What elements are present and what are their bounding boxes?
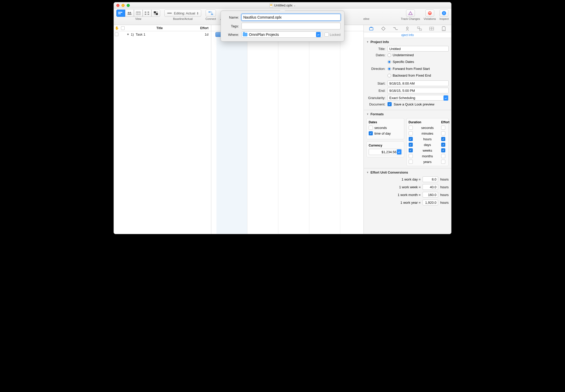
duration-days-checkbox[interactable]: ✓ (409, 143, 413, 147)
track-changes-button[interactable] (406, 10, 415, 17)
view-label: View (135, 17, 141, 20)
save-popover: Name: Tags: Where: OmniPlan Projects ▴▾ … (221, 11, 344, 42)
popover-where-label: Where: (224, 33, 239, 37)
disclosure-icon[interactable]: ▼ (366, 113, 369, 116)
titlebar: Untitled.oplx ⌄ (114, 2, 451, 9)
inspector-tab-table-icon[interactable] (428, 26, 435, 31)
outline-col-title[interactable]: Title (126, 26, 193, 30)
direction-backward-radio[interactable] (388, 74, 391, 77)
start-date-input[interactable] (388, 80, 449, 86)
inspector-top-label: oject Info (364, 32, 451, 38)
conversion-input[interactable] (423, 176, 438, 182)
effort-weeks-checkbox[interactable]: ✓ (441, 148, 445, 152)
unit-label: days (416, 143, 439, 147)
section-title-project: Project Info (370, 40, 389, 44)
title-chevron-icon[interactable]: ⌄ (294, 4, 296, 7)
view-calendar-button[interactable] (134, 10, 143, 17)
view-network-button[interactable] (143, 10, 151, 17)
svg-rect-12 (148, 14, 149, 15)
conversion-input[interactable] (423, 184, 438, 190)
svg-rect-23 (369, 28, 373, 30)
inspector-tab-attachment-icon[interactable] (440, 26, 447, 31)
svg-rect-26 (419, 29, 422, 30)
duration-weeks-checkbox[interactable]: ✓ (409, 148, 413, 152)
svg-rect-17 (167, 13, 172, 14)
dates-card-title: Dates (369, 120, 402, 124)
close-window-button[interactable] (116, 4, 119, 7)
window-controls (116, 4, 130, 7)
end-date-input[interactable] (388, 88, 449, 93)
effort-years-checkbox[interactable]: ✓ (441, 160, 445, 164)
view-segmented-control[interactable] (116, 10, 160, 17)
note-column-icon[interactable] (120, 26, 126, 30)
view-styles-button[interactable] (151, 10, 160, 17)
row-note-icon[interactable] (115, 32, 118, 36)
conversion-input[interactable] (423, 200, 438, 205)
inspector-tab-dependencies-icon[interactable] (392, 26, 399, 31)
task-row[interactable]: 1) Task 1 1d (114, 31, 211, 37)
baseline-actual-popup[interactable]: Editing: Actual ▴▾ (164, 10, 201, 17)
connect-button[interactable] (206, 10, 216, 17)
svg-rect-15 (154, 13, 156, 15)
effort-days-checkbox[interactable]: ✓ (441, 143, 445, 147)
drag-handle-icon[interactable]: ✋ (114, 26, 120, 30)
gantt-pane[interactable]: Sep 1 (211, 25, 364, 234)
save-name-input[interactable] (241, 14, 341, 21)
save-tags-input[interactable] (241, 23, 341, 29)
effort-hours-checkbox[interactable]: ✓ (441, 137, 445, 141)
duration-months-checkbox[interactable]: ✓ (409, 154, 413, 158)
svg-rect-18 (208, 11, 211, 13)
minimize-window-button[interactable] (122, 4, 125, 7)
inspector-tab-project-icon[interactable] (368, 26, 375, 31)
conversion-input[interactable] (423, 192, 438, 198)
outline-col-effort[interactable]: Effort (193, 26, 211, 30)
quicklook-checkbox[interactable]: ✓ (388, 102, 392, 106)
currency-select[interactable]: $1,234.56 ▴▾ (369, 149, 402, 155)
end-label: End: (366, 89, 385, 93)
effort-minutes-checkbox[interactable]: ✓ (441, 131, 445, 135)
inspector-pane: oject Info ▼Project Info Title: Dates: U… (364, 25, 451, 234)
effort-seconds-checkbox[interactable]: ✓ (441, 126, 445, 130)
section-title-formats: Formats (370, 112, 384, 116)
effort-col-title: Effort (441, 120, 446, 124)
duration-minutes-checkbox[interactable]: ✓ (409, 131, 413, 135)
dates-seconds-checkbox[interactable]: ✓ (369, 126, 373, 130)
svg-point-24 (407, 27, 408, 29)
project-title-input[interactable] (388, 46, 449, 52)
popover-name-label: Name: (224, 15, 239, 19)
baseline-label: Baseline/Actual (173, 17, 193, 20)
granularity-select[interactable]: Exact Scheduling ▴▾ (388, 95, 449, 101)
dates-undetermined-radio[interactable] (388, 53, 391, 57)
dates-timeofday-checkbox[interactable]: ✓ (369, 131, 373, 135)
locked-label: Locked (330, 33, 341, 37)
zoom-window-button[interactable] (127, 4, 130, 7)
disclosure-icon[interactable]: ▼ (366, 40, 369, 43)
duration-seconds-checkbox[interactable]: ✓ (409, 126, 413, 130)
save-where-select[interactable]: OmniPlan Projects ▴▾ (241, 31, 322, 38)
disclosure-icon[interactable]: ▼ (366, 171, 369, 174)
svg-rect-16 (156, 13, 158, 15)
document-title[interactable]: Untitled.oplx (274, 3, 293, 7)
inspector-tab-milestone-icon[interactable] (380, 26, 387, 31)
violations-button[interactable] (425, 10, 434, 17)
connect-label: Connect (205, 17, 216, 20)
inspect-button[interactable]: i (440, 10, 448, 17)
duration-years-checkbox[interactable]: ✓ (409, 160, 413, 164)
violations-label: Violations (424, 17, 436, 20)
effort-months-checkbox[interactable]: ✓ (441, 154, 445, 158)
unit-label: weeks (416, 149, 439, 152)
svg-point-3 (130, 12, 131, 13)
inspector-tab-resource-icon[interactable] (404, 26, 411, 31)
dates-specific-radio[interactable] (388, 60, 391, 64)
svg-rect-11 (145, 14, 146, 15)
view-gantt-button[interactable] (116, 10, 125, 17)
granularity-label: Granularity: (366, 96, 385, 100)
inspector-tab-scheduling-icon[interactable] (416, 26, 423, 31)
view-resources-button[interactable] (125, 10, 134, 17)
direction-forward-radio[interactable] (388, 67, 391, 71)
inspect-label: Inspect (440, 17, 449, 20)
duration-hours-checkbox[interactable]: ✓ (409, 137, 413, 141)
svg-rect-14 (156, 11, 158, 13)
locked-checkbox[interactable] (325, 32, 329, 37)
currency-card-title: Currency (369, 144, 402, 147)
